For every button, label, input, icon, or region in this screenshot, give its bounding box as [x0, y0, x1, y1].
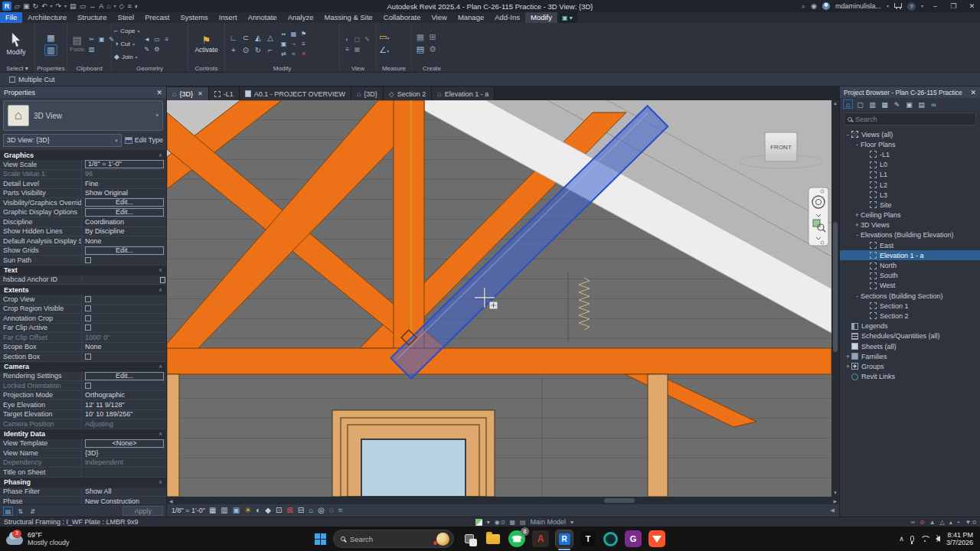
dimension-icon[interactable]: ↔ — [89, 2, 96, 11]
paste-button[interactable]: ▤ Paste — [70, 24, 84, 64]
property-value[interactable]: Edit... — [81, 372, 166, 381]
property-row-view-scale[interactable]: View Scale1/8" = 1'-0" — [0, 160, 166, 170]
property-value[interactable] — [81, 276, 166, 285]
crop-region-icon[interactable]: ⊠ — [286, 505, 292, 516]
property-row-detail-level[interactable]: Detail LevelFine — [0, 179, 166, 189]
ribbon-tab-analyze[interactable]: Analyze — [283, 12, 319, 23]
print-icon[interactable]: ▤ — [70, 2, 77, 11]
browser-item-north[interactable]: North — [840, 260, 980, 270]
vertical-scroll-thumb[interactable] — [833, 222, 838, 352]
design-option-caret-icon[interactable]: ▾ — [570, 519, 573, 526]
property-value[interactable]: 1/8" = 1'-0" — [81, 160, 166, 169]
property-row-locked-orientation[interactable]: Locked Orientation — [0, 381, 166, 391]
edit-button[interactable]: Edit... — [85, 208, 164, 217]
rotate-icon[interactable]: ↻ — [252, 44, 264, 57]
measure-icon[interactable]: ▭ — [80, 2, 87, 11]
property-row-graphic-display-options[interactable]: Graphic Display OptionsEdit... — [0, 208, 166, 218]
property-row-phase[interactable]: PhaseNew Construction — [0, 497, 166, 504]
geometry-panel-label[interactable]: Geometry — [112, 65, 188, 72]
browser-item-elevation-1-a[interactable]: Elevation 1 - a — [840, 250, 980, 260]
ribbon-tab-systems[interactable]: Systems — [175, 12, 213, 23]
weather-widget[interactable]: 3 69°FMostly cloudy — [6, 531, 70, 547]
viewcube-front-face[interactable]: FRONT — [770, 144, 792, 151]
property-row-view-template[interactable]: View Template<None> — [0, 439, 166, 449]
whatsapp-icon[interactable]: ☎8 — [508, 530, 525, 547]
undo-caret-icon[interactable]: ▾ — [51, 2, 53, 11]
modify-tool-button[interactable]: Modify — [2, 24, 30, 64]
browser-item-groups[interactable]: +Groups — [840, 361, 980, 371]
editable-only-icon[interactable]: ▤ — [520, 519, 526, 526]
collapse-icon[interactable]: ∧ — [158, 364, 162, 370]
home-3d-icon[interactable]: ⌂ — [106, 2, 110, 11]
property-row-dependency[interactable]: DependencyIndependent — [0, 458, 166, 468]
multiple-cut-checkbox[interactable] — [9, 77, 15, 83]
reveal-hidden-icon[interactable]: ◎ — [318, 505, 325, 516]
paint-icon[interactable]: ✎ — [142, 44, 152, 54]
properties-filter-icon[interactable]: ▤ — [3, 507, 13, 516]
autocad-icon[interactable]: A — [532, 530, 549, 547]
vertical-post[interactable] — [394, 100, 424, 348]
mirror-line-icon[interactable]: △ — [264, 32, 276, 44]
pin-icon[interactable]: ⚑ — [299, 29, 309, 39]
property-row-view-name[interactable]: View Name{3D} — [0, 448, 166, 458]
help-caret-icon[interactable]: ▾ — [921, 2, 923, 11]
type-selector[interactable]: ⌂ 3D View ▾ — [3, 100, 163, 131]
vertical-scrollbar[interactable]: ▲ ▼ — [831, 100, 839, 497]
undo-icon[interactable]: ↶ — [41, 2, 47, 11]
navigation-bar[interactable] — [808, 187, 828, 246]
properties-palette-icon[interactable]: ▥ — [44, 44, 57, 56]
property-row-crop-region-visible[interactable]: Crop Region Visible — [0, 305, 166, 315]
close-button[interactable]: ✕ — [965, 2, 978, 10]
spot-light-icon[interactable]: ◐ — [342, 34, 352, 44]
browser-schedules-icon[interactable]: ▥ — [867, 99, 877, 109]
browser-links-icon[interactable]: ∞ — [929, 99, 939, 109]
browser-item-l0[interactable]: L0 — [840, 160, 980, 170]
property-row-rendering-settings[interactable]: Rendering SettingsEdit... — [0, 372, 166, 382]
browser-families-icon[interactable]: ▣ — [904, 99, 914, 109]
save-icon[interactable]: ▣ — [23, 2, 30, 11]
instance-selector[interactable]: 3D View: {3D}▾ — [3, 134, 122, 147]
horizontal-scrollbar[interactable]: ◀ ▶ — [167, 497, 839, 504]
hidden-box-icon[interactable]: ▢ — [352, 34, 362, 44]
property-value[interactable]: Independent — [81, 458, 166, 468]
expand-icon[interactable]: + — [844, 353, 851, 360]
apply-button[interactable]: Apply — [122, 506, 163, 516]
property-row-visibility-graphics-overrides[interactable]: Visibility/Graphics OverridesEdit... — [0, 198, 166, 208]
worksharing-icon[interactable] — [475, 519, 482, 526]
contextual-tab-indicator[interactable]: ▣ ▾ — [557, 12, 577, 23]
property-row-far-clip-active[interactable]: Far Clip Active — [0, 324, 166, 334]
property-value[interactable] — [81, 314, 166, 323]
value-field[interactable]: 1/8" = 1'-0" — [85, 160, 164, 168]
edit-button[interactable]: Edit... — [85, 198, 164, 207]
community-icon[interactable]: ◉ — [811, 2, 817, 11]
browser-search-input[interactable]: Search — [844, 112, 976, 126]
text-icon[interactable]: A — [99, 2, 103, 11]
join-button[interactable]: ◆Join▾ — [114, 51, 138, 63]
property-value[interactable] — [81, 381, 166, 390]
sort-descending-icon[interactable]: ⇵ — [28, 507, 38, 516]
value-field[interactable] — [160, 277, 165, 283]
create-group-icon[interactable]: ⚙ — [426, 44, 439, 57]
file-explorer-icon[interactable] — [485, 530, 501, 547]
view-tab-section-2-4[interactable]: ◇Section 2 — [384, 87, 432, 100]
collapse-icon[interactable]: - — [854, 292, 861, 300]
right-stud[interactable] — [648, 374, 668, 497]
selection-filter-icon[interactable]: ▼:0 — [965, 519, 976, 526]
view-tab-l1-1[interactable]: -L1 — [209, 87, 240, 100]
active-workset-icon[interactable]: ▦ — [509, 519, 515, 526]
ribbon-tab-precast[interactable]: Precast — [139, 12, 175, 23]
unpin-icon[interactable]: ¬ — [289, 39, 299, 49]
task-view-button[interactable] — [461, 530, 478, 547]
window-glass[interactable] — [361, 439, 466, 497]
property-row-phase-filter[interactable]: Phase FilterShow All — [0, 487, 166, 497]
vcb-collapse-icon[interactable]: ◀ — [831, 507, 835, 514]
browser-item-legends[interactable]: Legends — [840, 321, 980, 331]
checkbox[interactable] — [85, 296, 91, 302]
checkbox[interactable] — [85, 354, 91, 360]
property-row-default-analysis-display-st[interactable]: Default Analysis Display St...None — [0, 236, 166, 246]
view-tab-3d-0[interactable]: ⌂{3D}✕ — [167, 87, 209, 100]
property-row-target-elevation[interactable]: Target Elevation10' 10 189/256" — [0, 410, 166, 420]
beam-end-icon[interactable]: ◄ — [142, 34, 152, 44]
property-value[interactable]: None — [81, 236, 166, 246]
detail-level-icon[interactable]: ▥ — [220, 505, 227, 516]
